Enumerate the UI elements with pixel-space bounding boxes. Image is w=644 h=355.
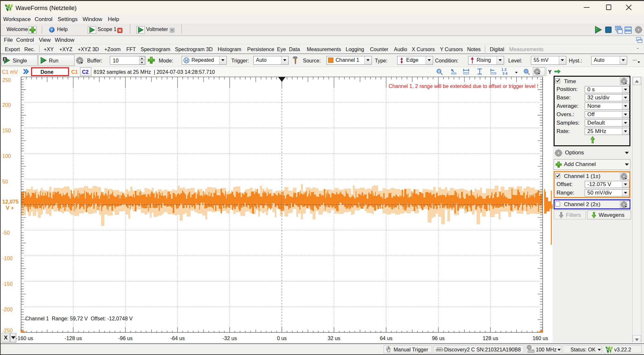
svg-text:-100: -100 bbox=[2, 256, 13, 261]
svg-text:64 us: 64 us bbox=[380, 336, 392, 341]
svg-text:-150: -150 bbox=[2, 281, 13, 287]
svg-text:-160 us: -160 us bbox=[16, 336, 33, 341]
svg-text:?: ? bbox=[51, 28, 53, 32]
svg-text:-128 us: -128 us bbox=[64, 336, 82, 341]
svg-text:V +: V + bbox=[6, 205, 14, 211]
svg-text:12,075: 12,075 bbox=[2, 199, 18, 205]
svg-text:100: 100 bbox=[2, 153, 11, 159]
svg-text:-200: -200 bbox=[2, 307, 13, 312]
svg-text:150: 150 bbox=[2, 128, 11, 133]
svg-text:96 us: 96 us bbox=[432, 336, 444, 341]
svg-text:Channel 1 Range: 59,72 V Off: Channel 1 Range: 59,72 V Offset: -12,074… bbox=[25, 316, 133, 321]
svg-text:160 us: 160 us bbox=[533, 336, 548, 341]
svg-text:128 us: 128 us bbox=[483, 336, 498, 341]
svg-text:0 us: 0 us bbox=[277, 336, 287, 341]
svg-text:-96 us: -96 us bbox=[118, 336, 132, 341]
svg-text:-64 us: -64 us bbox=[170, 336, 185, 341]
svg-text:1: 1 bbox=[438, 70, 440, 73]
svg-text:-32 us: -32 us bbox=[223, 336, 237, 341]
svg-text:-50: -50 bbox=[2, 230, 10, 236]
svg-text:250: 250 bbox=[2, 77, 11, 83]
svg-text:H: H bbox=[185, 59, 188, 62]
svg-text:32 us: 32 us bbox=[328, 336, 340, 341]
svg-text:50: 50 bbox=[2, 179, 8, 184]
svg-text:-250: -250 bbox=[2, 328, 13, 333]
svg-text:1: 1 bbox=[4, 58, 6, 61]
svg-text:Channel 1, 2 range will be ext: Channel 1, 2 range will be extended due … bbox=[389, 83, 538, 89]
svg-text:200: 200 bbox=[2, 102, 11, 108]
